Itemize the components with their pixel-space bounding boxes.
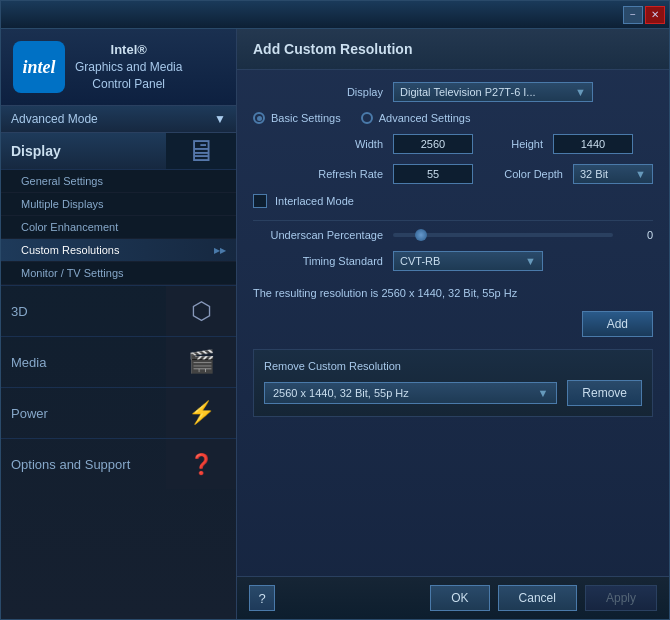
interlaced-row[interactable]: Interlaced Mode — [253, 194, 653, 208]
refresh-rate-input[interactable] — [393, 164, 473, 184]
panel-footer: ? OK Cancel Apply — [237, 576, 669, 619]
underscan-slider-thumb[interactable] — [415, 229, 427, 241]
underscan-slider-track[interactable] — [393, 233, 613, 237]
sub-nav: General Settings Multiple Displays Color… — [1, 170, 236, 285]
sidebar-item-display[interactable]: Display 🖥 — [1, 133, 236, 170]
main-content: intel Intel® Graphics and Media Control … — [1, 29, 669, 619]
dimensions-row: Width Height — [253, 134, 653, 154]
timing-value: CVT-RB — [400, 255, 440, 267]
underscan-row: Underscan Percentage 0 — [253, 229, 653, 241]
options-label: Options and Support — [1, 449, 166, 480]
panel-body: Display Digital Television P27T-6 I... ▼… — [237, 70, 669, 576]
display-dropdown[interactable]: Digital Television P27T-6 I... ▼ — [393, 82, 593, 102]
media-label: Media — [1, 347, 166, 378]
intel-logo-icon: intel — [13, 41, 65, 93]
refresh-color-row: Refresh Rate Color Depth 32 Bit ▼ — [253, 164, 653, 184]
color-depth-value: 32 Bit — [580, 168, 608, 180]
width-input[interactable] — [393, 134, 473, 154]
support-icon: ❓ — [166, 439, 236, 489]
remove-section-title: Remove Custom Resolution — [264, 360, 642, 372]
interlaced-checkbox[interactable] — [253, 194, 267, 208]
advanced-settings-label: Advanced Settings — [379, 112, 471, 124]
basic-radio-icon — [253, 112, 265, 124]
titlebar: − ✕ — [1, 1, 669, 29]
add-btn-row: Add — [253, 311, 653, 337]
mode-selector[interactable]: Advanced Mode ▼ — [1, 106, 236, 133]
advanced-radio-icon — [361, 112, 373, 124]
close-button[interactable]: ✕ — [645, 6, 665, 24]
power-label: Power — [1, 398, 166, 429]
sidebar-item-multiple-displays[interactable]: Multiple Displays — [1, 193, 236, 216]
sidebar-item-color-enhancement[interactable]: Color Enhancement — [1, 216, 236, 239]
panel-title: Add Custom Resolution — [253, 41, 653, 57]
main-panel: Add Custom Resolution Display Digital Te… — [237, 29, 669, 619]
display-icon: 🖥 — [166, 133, 236, 169]
minimize-button[interactable]: − — [623, 6, 643, 24]
display-field-label: Display — [253, 86, 383, 98]
color-depth-arrow-icon: ▼ — [635, 168, 646, 180]
ok-button[interactable]: OK — [430, 585, 489, 611]
height-label: Height — [483, 138, 543, 150]
power-icon: ⚡ — [166, 388, 236, 438]
display-dropdown-arrow-icon: ▼ — [575, 86, 586, 98]
sidebar-item-monitor-settings[interactable]: Monitor / TV Settings — [1, 262, 236, 285]
sidebar-item-3d[interactable]: 3D ⬡ — [1, 285, 236, 336]
height-input[interactable] — [553, 134, 633, 154]
cancel-button[interactable]: Cancel — [498, 585, 577, 611]
main-window: − ✕ intel Intel® Graphics and Media Cont… — [0, 0, 670, 620]
timing-row: Timing Standard CVT-RB ▼ — [253, 251, 653, 271]
interlaced-label: Interlaced Mode — [275, 195, 354, 207]
underscan-label: Underscan Percentage — [253, 229, 383, 241]
remove-dropdown-arrow-icon: ▼ — [537, 387, 548, 399]
panel-header: Add Custom Resolution — [237, 29, 669, 70]
sidebar-item-media[interactable]: Media 🎬 — [1, 336, 236, 387]
3d-label: 3D — [1, 296, 166, 327]
basic-settings-label: Basic Settings — [271, 112, 341, 124]
timing-dropdown[interactable]: CVT-RB ▼ — [393, 251, 543, 271]
logo-area: intel Intel® Graphics and Media Control … — [1, 29, 236, 106]
apply-button[interactable]: Apply — [585, 585, 657, 611]
remove-row: 2560 x 1440, 32 Bit, 55p Hz ▼ Remove — [264, 380, 642, 406]
sidebar: intel Intel® Graphics and Media Control … — [1, 29, 237, 619]
timing-arrow-icon: ▼ — [525, 255, 536, 267]
remove-button[interactable]: Remove — [567, 380, 642, 406]
sidebar-item-general-settings[interactable]: General Settings — [1, 170, 236, 193]
refresh-rate-label: Refresh Rate — [253, 168, 383, 180]
display-label: Display — [1, 133, 166, 169]
color-depth-label: Color Depth — [483, 168, 563, 180]
advanced-settings-radio[interactable]: Advanced Settings — [361, 112, 471, 124]
media-icon: 🎬 — [166, 337, 236, 387]
sidebar-item-custom-resolutions[interactable]: Custom Resolutions — [1, 239, 236, 262]
divider-1 — [253, 220, 653, 221]
display-row: Display Digital Television P27T-6 I... ▼ — [253, 82, 653, 102]
help-button[interactable]: ? — [249, 585, 275, 611]
settings-mode-radio: Basic Settings Advanced Settings — [253, 112, 653, 124]
remove-resolution-dropdown[interactable]: 2560 x 1440, 32 Bit, 55p Hz ▼ — [264, 382, 557, 404]
sidebar-item-power[interactable]: Power ⚡ — [1, 387, 236, 438]
remove-section: Remove Custom Resolution 2560 x 1440, 32… — [253, 349, 653, 417]
mode-label: Advanced Mode — [11, 112, 98, 126]
basic-settings-radio[interactable]: Basic Settings — [253, 112, 341, 124]
underscan-value: 0 — [623, 229, 653, 241]
display-dropdown-value: Digital Television P27T-6 I... — [400, 86, 536, 98]
add-button[interactable]: Add — [582, 311, 653, 337]
app-title: Intel® Graphics and Media Control Panel — [75, 41, 182, 93]
mode-arrow-icon: ▼ — [214, 112, 226, 126]
result-text: The resulting resolution is 2560 x 1440,… — [253, 283, 653, 303]
color-depth-dropdown[interactable]: 32 Bit ▼ — [573, 164, 653, 184]
width-label: Width — [253, 138, 383, 150]
remove-resolution-value: 2560 x 1440, 32 Bit, 55p Hz — [273, 387, 409, 399]
3d-icon: ⬡ — [166, 286, 236, 336]
sidebar-item-options-support[interactable]: Options and Support ❓ — [1, 438, 236, 489]
timing-label: Timing Standard — [253, 255, 383, 267]
